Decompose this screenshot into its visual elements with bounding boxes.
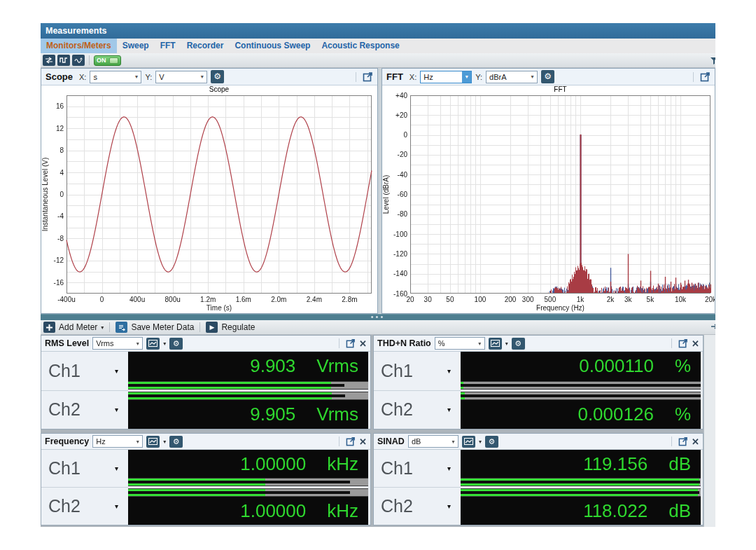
meter-popout-icon[interactable] — [346, 338, 356, 348]
meter-settings-icon[interactable]: ⚙ — [485, 436, 498, 448]
meter-graph-dropdown-icon[interactable]: ▾ — [479, 439, 482, 445]
meter-close-icon[interactable]: ✕ — [359, 436, 367, 447]
tab-sweep[interactable]: Sweep — [117, 39, 155, 53]
channel-1-readout: 9.903Vrms — [128, 352, 368, 381]
tab-continuous-sweep[interactable]: Continuous Sweep — [229, 39, 316, 53]
generator-waveform-icon[interactable] — [57, 55, 70, 66]
monitor-signal-icon[interactable] — [72, 55, 85, 66]
chevron-down-icon: ▾ — [115, 502, 118, 510]
scope-settings-icon[interactable]: ⚙ — [211, 70, 224, 83]
channel-1-readout: 119.156dB — [461, 450, 701, 478]
channel-1-selector[interactable]: Ch1▾ — [374, 450, 461, 488]
meter-unit-select[interactable]: Vrms▾ — [92, 337, 143, 350]
channel-1-level-bar — [128, 478, 368, 486]
channel-2-selector[interactable]: Ch2▾ — [374, 391, 461, 429]
add-meter-button[interactable]: Add Meter — [59, 322, 97, 332]
meter-settings-icon[interactable]: ⚙ — [169, 436, 183, 448]
chevron-down-icon: ▾ — [447, 465, 451, 472]
window-title-bar: Measurements — [41, 23, 715, 39]
scope-panel-header: Scope X: s▾ Y: V▾ ⚙ — [41, 69, 377, 85]
meter-graph-dropdown-icon[interactable]: ▾ — [163, 341, 166, 347]
meter-unit-select[interactable]: dB▾ — [408, 435, 458, 448]
scope-chart[interactable] — [41, 85, 377, 313]
meter-popout-icon[interactable] — [678, 436, 688, 446]
fft-settings-icon[interactable]: ⚙ — [541, 70, 554, 83]
meter-toolbar: Add Meter ▾ Save Meter Data ▶ Regulate — [41, 320, 715, 335]
splitter-handle[interactable]: ••• — [41, 314, 715, 320]
meter-header: SINAD dB▾ ▾ ⚙ ✕ — [374, 434, 703, 450]
channel-1-selector[interactable]: Ch1▾ — [41, 352, 128, 391]
channel-2-selector[interactable]: Ch2▾ — [41, 488, 128, 525]
meter-title: SINAD — [377, 436, 405, 446]
chevron-down-icon: ▾ — [115, 367, 118, 375]
channel-2-readout: 118.022dB — [461, 497, 701, 525]
add-meter-dropdown-icon[interactable]: ▾ — [101, 324, 104, 331]
meter-close-icon[interactable]: ✕ — [692, 436, 699, 447]
meter-graph-dropdown-icon[interactable]: ▾ — [163, 439, 166, 445]
fft-y-unit-select[interactable]: dBrA▾ — [486, 71, 538, 83]
channel-1-readout: 0.000110% — [461, 352, 701, 381]
channel-2-level-bar — [128, 488, 368, 497]
save-meter-data-button[interactable]: Save Meter Data — [131, 322, 194, 332]
generator-on-toggle[interactable]: ON — [94, 55, 121, 66]
chevron-down-icon: ▾ — [115, 406, 118, 413]
meter-panel-thdn-ratio: THD+N Ratio %▾ ▾ ⚙ ✕ Ch1▾ Ch2▾ 0.000110% — [373, 335, 704, 429]
regulate-icon: ▶ — [206, 322, 218, 333]
chevron-down-icon: ▾ — [447, 367, 451, 375]
tab-fft[interactable]: FFT — [155, 39, 181, 53]
channel-1-level-bar — [461, 478, 701, 486]
meter-popout-icon[interactable] — [346, 436, 356, 446]
channel-2-level-bar — [128, 392, 368, 400]
meter-popout-icon[interactable] — [678, 338, 688, 348]
meter-close-icon[interactable]: ✕ — [692, 338, 699, 349]
channel-1-level-bar — [461, 381, 701, 390]
meter-graph-icon[interactable] — [462, 436, 475, 448]
scope-panel: Scope X: s▾ Y: V▾ ⚙ — [41, 68, 378, 314]
channel-2-selector[interactable]: Ch2▾ — [41, 391, 128, 429]
io-loopback-icon[interactable] — [43, 55, 55, 66]
save-meter-data-icon — [115, 322, 127, 333]
channel-1-selector[interactable]: Ch1▾ — [374, 352, 461, 391]
tab-bar: Monitors/MetersSweepFFTRecorderContinuou… — [41, 39, 715, 53]
channel-2-readout: 0.000126% — [461, 400, 701, 429]
scope-y-unit-select[interactable]: V▾ — [155, 71, 207, 83]
channel-2-selector[interactable]: Ch2▾ — [374, 488, 461, 525]
filter-icon[interactable] — [710, 55, 715, 68]
meter-graph-icon[interactable] — [146, 338, 160, 350]
meter-graph-icon[interactable] — [146, 436, 160, 448]
fft-panel-header: FFT X: Hz▾ Y: dBrA▾ ⚙ — [382, 69, 715, 85]
scope-popout-icon[interactable] — [363, 71, 373, 82]
meter-toolbar-overflow-icon[interactable] — [710, 322, 715, 334]
scope-panel-title: Scope — [46, 71, 73, 82]
fft-chart[interactable] — [382, 85, 715, 313]
fft-popout-icon[interactable] — [700, 71, 710, 82]
meter-panel-frequency: Frequency Hz▾ ▾ ⚙ ✕ Ch1▾ Ch2▾ 1.00000kHz — [41, 433, 371, 525]
tab-monitors-meters[interactable]: Monitors/Meters — [41, 39, 117, 53]
add-meter-icon — [43, 322, 55, 333]
meter-close-icon[interactable]: ✕ — [359, 338, 367, 349]
charts-region: Scope X: s▾ Y: V▾ ⚙ FFT X: Hz▾ Y: dBr — [41, 68, 715, 314]
meter-settings-icon[interactable]: ⚙ — [512, 338, 525, 350]
fft-x-unit-select[interactable]: Hz▾ — [420, 71, 472, 83]
meter-unit-select[interactable]: %▾ — [435, 337, 485, 350]
meter-header: THD+N Ratio %▾ ▾ ⚙ ✕ — [374, 336, 703, 352]
main-toolbar: ON — [41, 53, 715, 68]
fft-panel: FFT X: Hz▾ Y: dBrA▾ ⚙ — [382, 68, 715, 314]
meters-scrollbar[interactable] — [704, 335, 715, 527]
tab-recorder[interactable]: Recorder — [181, 39, 230, 53]
meter-unit-select[interactable]: Hz▾ — [92, 435, 143, 448]
on-toggle-label: ON — [97, 57, 106, 64]
channel-1-selector[interactable]: Ch1▾ — [41, 450, 128, 488]
fft-panel-title: FFT — [386, 71, 403, 82]
tab-acoustic-response[interactable]: Acoustic Response — [316, 39, 405, 53]
scope-x-unit-select[interactable]: s▾ — [90, 71, 141, 83]
meter-graph-dropdown-icon[interactable]: ▾ — [505, 341, 508, 347]
regulate-button[interactable]: Regulate — [221, 322, 255, 332]
meter-settings-icon[interactable]: ⚙ — [169, 338, 183, 350]
channel-2-readout: 9.905Vrms — [128, 400, 368, 429]
channel-2-readout: 1.00000kHz — [128, 497, 368, 525]
meter-graph-icon[interactable] — [489, 338, 502, 350]
chevron-down-icon: ▾ — [447, 406, 451, 413]
scope-x-label: X: — [79, 73, 86, 81]
meter-header: Frequency Hz▾ ▾ ⚙ ✕ — [41, 434, 370, 450]
